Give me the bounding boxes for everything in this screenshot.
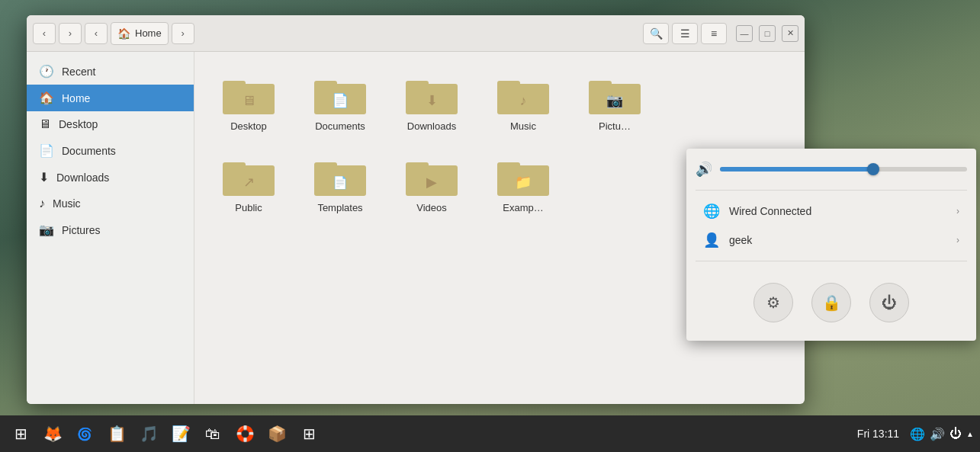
- taskbar-appstore[interactable]: 🛍: [198, 419, 227, 448]
- svg-rect-25: [497, 162, 520, 170]
- svg-rect-10: [497, 81, 520, 88]
- sidebar-item-downloads[interactable]: ⬇ Downloads: [27, 164, 194, 191]
- systray-popup: 🔊 🌐 Wired Connected › 👤 geek › ⚙ 🔒 ⏻: [686, 149, 976, 341]
- svg-text:🖥: 🖥: [242, 93, 255, 108]
- close-button[interactable]: ✕: [782, 25, 798, 42]
- divider-1: [696, 190, 967, 191]
- recent-icon: 🕐: [39, 64, 54, 79]
- menu-icon: ≡: [711, 27, 717, 40]
- file-item-desktop[interactable]: 🖥 Desktop: [207, 64, 291, 138]
- pictures-icon: 📷: [39, 223, 54, 237]
- popup-item-network[interactable]: 🌐 Wired Connected ›: [696, 197, 967, 226]
- sidebar-item-recent[interactable]: 🕐 Recent: [27, 58, 194, 85]
- file-item-pictures[interactable]: 📷 Pictu…: [573, 64, 657, 138]
- music-icon: ♪: [39, 197, 45, 210]
- power-icon: ⏻: [882, 294, 897, 312]
- back-button[interactable]: ‹: [33, 23, 56, 44]
- menu-button[interactable]: ≡: [701, 23, 727, 44]
- sidebar-label-pictures: Pictures: [62, 224, 101, 236]
- svg-rect-13: [589, 81, 612, 88]
- minimize-button[interactable]: —: [736, 25, 753, 42]
- list-view-button[interactable]: ☰: [672, 23, 698, 44]
- appstore-icon: 🛍: [205, 425, 220, 443]
- taskbar-help[interactable]: 🛟: [230, 419, 259, 448]
- svg-text:⬇: ⬇: [426, 93, 438, 108]
- app5-icon: 🎵: [140, 425, 159, 443]
- settings-button[interactable]: ⚙: [753, 283, 793, 322]
- network-arrow-icon: ›: [956, 206, 959, 216]
- file-item-music[interactable]: ♪ Music: [481, 64, 565, 138]
- svg-rect-22: [406, 162, 429, 170]
- network-tray-icon[interactable]: 🌐: [910, 427, 925, 441]
- sidebar-label-music: Music: [53, 197, 81, 210]
- taskbar-app5[interactable]: 🎵: [134, 419, 163, 448]
- volume-slider[interactable]: [720, 167, 967, 172]
- sidebar-item-desktop[interactable]: 🖥 Desktop: [27, 111, 194, 137]
- maximize-icon: □: [765, 29, 770, 38]
- sidebar-label-downloads: Downloads: [56, 172, 109, 184]
- file-label-desktop: Desktop: [230, 120, 267, 132]
- next-button[interactable]: ›: [172, 23, 194, 44]
- svg-rect-19: [314, 162, 337, 170]
- taskbar-docs[interactable]: 📝: [166, 419, 195, 448]
- svg-text:📁: 📁: [515, 174, 532, 191]
- location-bar[interactable]: 🏠 Home: [111, 22, 169, 45]
- user-icon: 👤: [703, 232, 720, 248]
- file-item-downloads[interactable]: ⬇ Downloads: [390, 64, 474, 138]
- prev-button[interactable]: ‹: [85, 23, 108, 44]
- popup-actions: ⚙ 🔒 ⏻: [696, 277, 967, 329]
- taskbar-thunderbird[interactable]: 🌀: [70, 419, 99, 448]
- docs-icon: 📝: [172, 425, 191, 443]
- search-icon: 🔍: [650, 27, 663, 40]
- network-icon: 🌐: [703, 203, 720, 220]
- taskbar-app10[interactable]: ⊞: [294, 419, 323, 448]
- taskbar: ⊞ 🦊 🌀 📋 🎵 📝 🛍 🛟 📦 ⊞ Fri 13:11 🌐 🔊 ⏻ ▲: [0, 415, 980, 452]
- amazon-icon: 📦: [268, 425, 287, 443]
- window-controls: — □ ✕: [736, 25, 798, 42]
- desktop-icon: 🖥: [39, 117, 51, 131]
- file-label-downloads: Downloads: [407, 120, 456, 132]
- file-label-documents: Documents: [315, 120, 365, 132]
- file-label-videos: Videos: [416, 202, 447, 213]
- power-tray-icon[interactable]: ⏻: [949, 427, 962, 441]
- sidebar-item-documents[interactable]: 📄 Documents: [27, 137, 194, 164]
- forward-button[interactable]: ›: [59, 23, 82, 44]
- lock-icon: 🔒: [822, 293, 841, 312]
- folder-icon-examples: 📁: [496, 152, 551, 197]
- svg-text:📄: 📄: [332, 92, 349, 109]
- apps-grid-icon: ⊞: [14, 425, 27, 443]
- sidebar-item-home[interactable]: 🏠 Home: [27, 85, 194, 111]
- thunderbird-icon: 🌀: [77, 427, 92, 441]
- taskbar-files[interactable]: 📋: [102, 419, 131, 448]
- sidebar: 🕐 Recent 🏠 Home 🖥 Desktop 📄 Documents ⬇ …: [27, 52, 194, 404]
- sidebar-label-desktop: Desktop: [59, 118, 98, 130]
- volume-tray-icon[interactable]: 🔊: [930, 427, 945, 441]
- systray-arrow-icon[interactable]: ▲: [966, 430, 974, 438]
- volume-thumb[interactable]: [867, 163, 879, 175]
- maximize-button[interactable]: □: [759, 25, 776, 42]
- file-item-videos[interactable]: ▶ Videos: [390, 146, 474, 220]
- svg-rect-7: [406, 81, 429, 88]
- taskbar-amazon[interactable]: 📦: [262, 419, 291, 448]
- popup-item-user[interactable]: 👤 geek ›: [696, 226, 967, 255]
- file-label-pictures: Pictu…: [599, 120, 631, 132]
- svg-text:📷: 📷: [606, 92, 624, 109]
- svg-text:▶: ▶: [426, 175, 437, 190]
- volume-fill: [720, 167, 873, 172]
- power-button[interactable]: ⏻: [869, 283, 909, 322]
- folder-icon-desktop: 🖥: [221, 70, 276, 116]
- network-label: Wired Connected: [729, 205, 947, 217]
- file-item-examples[interactable]: 📁 Examp…: [481, 146, 565, 220]
- file-item-documents[interactable]: 📄 Documents: [298, 64, 382, 138]
- file-label-music: Music: [510, 120, 536, 132]
- list-view-icon: ☰: [680, 27, 690, 40]
- file-item-templates[interactable]: 📄 Templates: [298, 146, 382, 220]
- svg-text:↗: ↗: [243, 175, 255, 190]
- file-item-public[interactable]: ↗ Public: [207, 146, 291, 220]
- lock-button[interactable]: 🔒: [811, 283, 851, 322]
- taskbar-firefox[interactable]: 🦊: [38, 419, 67, 448]
- search-button[interactable]: 🔍: [643, 23, 669, 44]
- sidebar-item-pictures[interactable]: 📷 Pictures: [27, 216, 194, 243]
- sidebar-item-music[interactable]: ♪ Music: [27, 191, 194, 216]
- taskbar-apps-grid[interactable]: ⊞: [6, 419, 35, 448]
